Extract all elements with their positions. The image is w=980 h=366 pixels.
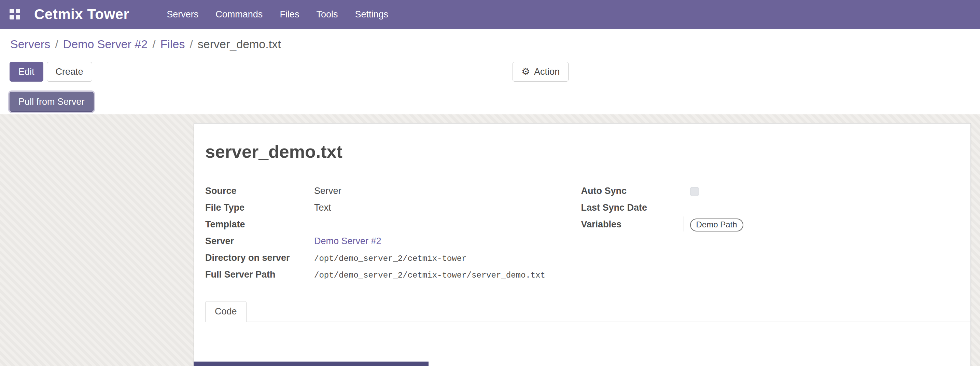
field-label-variables: Variables xyxy=(581,216,690,230)
field-value-auto-sync xyxy=(690,183,699,197)
menu-item-tools[interactable]: Tools xyxy=(309,5,345,24)
field-label-auto-sync: Auto Sync xyxy=(581,183,690,197)
field-row-source: SourceServer xyxy=(205,183,581,200)
field-column-left: SourceServerFile TypeTextTemplateServerD… xyxy=(205,183,581,283)
variable-tag-demo-path: Demo Path xyxy=(690,218,743,231)
menu-item-settings[interactable]: Settings xyxy=(347,5,396,24)
field-value-server: Demo Server #2 xyxy=(314,233,382,247)
breadcrumb-link-files[interactable]: Files xyxy=(161,38,185,51)
field-row-file-type: File TypeText xyxy=(205,200,581,216)
code-editor-strip xyxy=(194,361,428,366)
field-row-server: ServerDemo Server #2 xyxy=(205,233,581,250)
breadcrumb-current: server_demo.txt xyxy=(198,38,281,51)
field-label-full-server-path: Full Server Path xyxy=(205,267,314,280)
field-row-auto-sync: Auto Sync xyxy=(581,183,957,200)
field-value-variables: Demo Path xyxy=(684,216,743,231)
field-row-template: Template xyxy=(205,216,581,233)
field-label-template: Template xyxy=(205,216,314,230)
field-value-full-server-path: /opt/demo_server_2/cetmix-tower/server_d… xyxy=(314,267,545,281)
form-view-background: server_demo.txt SourceServerFile TypeTex… xyxy=(0,115,980,366)
field-label-last-sync-date: Last Sync Date xyxy=(581,200,690,213)
field-label-source: Source xyxy=(205,183,314,197)
top-navbar: Cetmix Tower ServersCommandsFilesToolsSe… xyxy=(0,0,980,29)
tab-code[interactable]: Code xyxy=(205,301,247,322)
field-link-demo-server-2[interactable]: Demo Server #2 xyxy=(314,236,382,246)
field-label-file-type: File Type xyxy=(205,200,314,213)
record-title: server_demo.txt xyxy=(205,142,957,162)
field-column-right: Auto SyncLast Sync DateVariablesDemo Pat… xyxy=(581,183,957,283)
field-grid: SourceServerFile TypeTextTemplateServerD… xyxy=(205,183,957,283)
field-row-last-sync-date: Last Sync Date xyxy=(581,200,957,216)
pull-from-server-button[interactable]: Pull from Server xyxy=(10,92,94,111)
action-menu-label: Action xyxy=(534,66,560,77)
breadcrumb-link-demo-server-2[interactable]: Demo Server #2 xyxy=(63,38,148,51)
field-label-directory-on-server: Directory on server xyxy=(205,250,314,264)
gear-icon: ⚙ xyxy=(522,67,530,77)
breadcrumb: Servers/Demo Server #2/Files/server_demo… xyxy=(10,38,281,51)
action-menu-button[interactable]: ⚙ Action xyxy=(512,62,568,81)
top-menu: ServersCommandsFilesToolsSettings xyxy=(159,5,396,24)
field-row-full-server-path: Full Server Path/opt/demo_server_2/cetmi… xyxy=(205,267,581,283)
menu-item-servers[interactable]: Servers xyxy=(159,5,206,24)
field-value-source: Server xyxy=(314,183,342,197)
field-value-directory-on-server: /opt/demo_server_2/cetmix-tower xyxy=(314,250,466,264)
field-label-server: Server xyxy=(205,233,314,247)
control-panel: Servers/Demo Server #2/Files/server_demo… xyxy=(0,29,980,115)
apps-grid-icon[interactable] xyxy=(10,9,21,20)
create-button[interactable]: Create xyxy=(47,62,92,81)
field-row-directory-on-server: Directory on server/opt/demo_server_2/ce… xyxy=(205,250,581,267)
breadcrumb-separator: / xyxy=(55,38,58,51)
field-value-file-type: Text xyxy=(314,200,331,213)
notebook-tabs: Code xyxy=(205,301,970,322)
action-menu-wrap: ⚙ Action xyxy=(512,62,568,81)
form-sheet: server_demo.txt SourceServerFile TypeTex… xyxy=(194,123,971,366)
breadcrumb-link-servers[interactable]: Servers xyxy=(10,38,50,51)
menu-item-files[interactable]: Files xyxy=(272,5,307,24)
edit-button[interactable]: Edit xyxy=(10,62,43,81)
breadcrumb-separator: / xyxy=(189,38,192,51)
app-brand-title: Cetmix Tower xyxy=(34,6,129,22)
object-buttons-row: Pull from Server xyxy=(10,92,94,111)
breadcrumb-separator: / xyxy=(152,38,155,51)
form-buttons: Edit Create xyxy=(10,62,92,81)
field-row-variables: VariablesDemo Path xyxy=(581,216,957,233)
auto-sync-checkbox[interactable] xyxy=(690,187,699,196)
menu-item-commands[interactable]: Commands xyxy=(208,5,270,24)
